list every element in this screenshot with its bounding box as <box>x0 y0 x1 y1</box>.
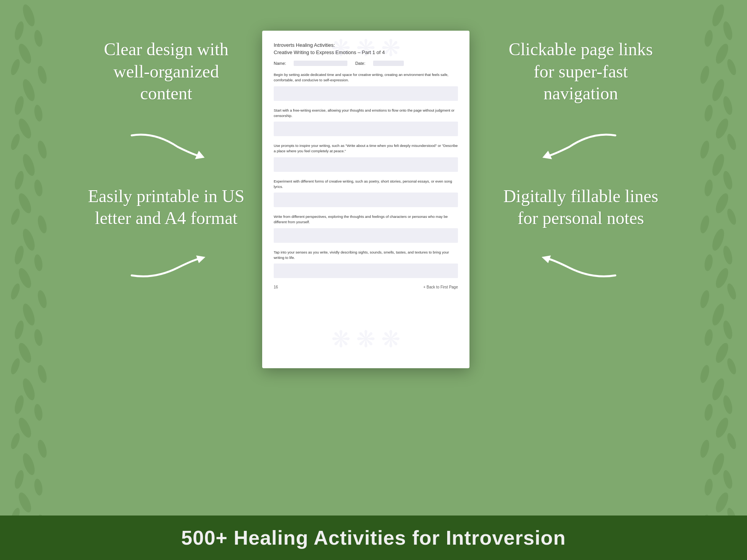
doc-footer: 16 + Back to First Page <box>274 285 458 289</box>
doc-lines-4[interactable] <box>274 193 458 207</box>
arrow-right-1 <box>124 128 208 162</box>
document: ❋ ❋ ❋ Introverts Healing Activities: Cre… <box>262 31 469 368</box>
doc-lines-1[interactable] <box>274 86 458 101</box>
document-wrapper: ❋ ❋ ❋ Introverts Healing Activities: Cre… <box>262 23 485 368</box>
doc-item-4: Experiment with different forms of creat… <box>274 179 458 208</box>
doc-item-6-text: Tap into your senses as you write, vivid… <box>274 250 458 261</box>
doc-watermark-top: ❋ ❋ ❋ <box>331 35 400 62</box>
feature-text-clickable: Clickable page links for super-fast navi… <box>500 38 661 105</box>
doc-item-3-text: Use prompts to inspire your writing, suc… <box>274 143 458 154</box>
page-number: 16 <box>274 285 278 289</box>
doc-item-1: Begin by setting aside dedicated time an… <box>274 72 458 101</box>
arrow-right-2 <box>124 252 208 287</box>
main-layout: Clear design with well-organized content… <box>0 0 747 560</box>
doc-item-3: Use prompts to inspire your writing, suc… <box>274 143 458 172</box>
doc-lines-2[interactable] <box>274 122 458 136</box>
content-area: Clear design with well-organized content… <box>0 0 747 516</box>
arrow-left-2 <box>539 252 623 287</box>
doc-lines-6[interactable] <box>274 264 458 278</box>
feature-text-fillable: Digitally fillable lines for personal no… <box>500 185 661 229</box>
svg-marker-85 <box>196 255 205 263</box>
bottom-banner: 500+ Healing Activities for Introversion <box>0 516 747 560</box>
left-column: Clear design with well-organized content… <box>86 23 247 287</box>
feature-text-clear-design: Clear design with well-organized content <box>86 38 247 105</box>
doc-item-2-text: Start with a free-writing exercise, allo… <box>274 108 458 119</box>
back-to-first-page-link[interactable]: + Back to First Page <box>423 285 458 289</box>
arrow-left-1 <box>539 128 623 162</box>
doc-lines-3[interactable] <box>274 157 458 172</box>
svg-marker-87 <box>542 255 551 263</box>
doc-lines-5[interactable] <box>274 228 458 243</box>
bottom-banner-text: 500+ Healing Activities for Introversion <box>0 526 747 549</box>
name-label: Name: <box>274 61 286 66</box>
doc-item-6: Tap into your senses as you write, vivid… <box>274 250 458 278</box>
doc-item-5-text: Write from different perspectives, explo… <box>274 214 458 225</box>
doc-item-5: Write from different perspectives, explo… <box>274 214 458 243</box>
doc-watermark-bottom: ❋ ❋ ❋ <box>331 326 400 353</box>
doc-item-4-text: Experiment with different forms of creat… <box>274 179 458 190</box>
doc-item-2: Start with a free-writing exercise, allo… <box>274 108 458 137</box>
doc-item-1-text: Begin by setting aside dedicated time an… <box>274 72 458 83</box>
right-column: Clickable page links for super-fast navi… <box>500 23 661 287</box>
feature-text-printable: Easily printable in US letter and A4 for… <box>86 185 247 229</box>
